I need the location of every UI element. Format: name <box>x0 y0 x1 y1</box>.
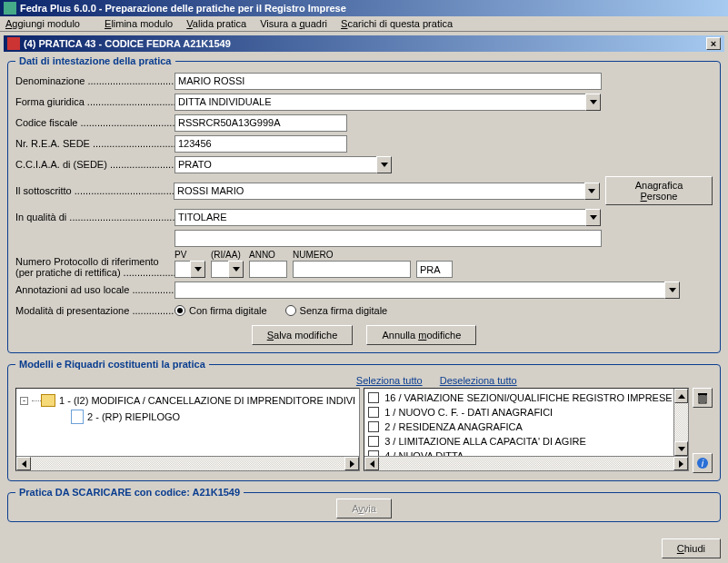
list-item-label: 16 / VARIAZIONE SEZIONI/QUALIFICHE REGIS… <box>384 392 672 403</box>
input-anno[interactable] <box>249 261 287 278</box>
input-denominazione[interactable] <box>175 73 602 90</box>
mdi-title-text: (4) PRATICA 43 - CODICE FEDRA A21K1549 <box>24 35 231 52</box>
list-item-label: 3 / LIMITAZIONE ALLA CAPACITA' DI AGIRE <box>384 436 586 447</box>
delete-button[interactable] <box>693 388 713 408</box>
tree-node-2[interactable]: 2 - (RP) RIEPILOGO <box>20 409 355 425</box>
mdi-close-button[interactable]: × <box>706 37 721 50</box>
dd-annotazioni[interactable] <box>664 282 680 299</box>
input-cf[interactable] <box>175 114 347 132</box>
input-qualita[interactable] <box>175 209 586 226</box>
menu-scarichi[interactable]: Scarichi di questa pratica <box>341 18 453 29</box>
scroll-left-icon[interactable] <box>16 457 31 470</box>
avvia-button: Avvia <box>336 499 392 519</box>
list-vscroll[interactable] <box>673 389 688 456</box>
hdr-anno: ANNO <box>249 250 287 260</box>
scroll-down-icon[interactable] <box>674 441 688 456</box>
hdr-riaa: (RI/AA) <box>211 250 244 260</box>
tree-pane[interactable]: - 1 - (I2) MODIFICA / CANCELLAZIONE DI I… <box>15 388 360 471</box>
dd-qualita[interactable] <box>585 209 601 226</box>
list-item[interactable]: 1 / NUOVO C. F. - DATI ANAGRAFICI <box>366 405 673 420</box>
mdi-titlebar: (4) PRATICA 43 - CODICE FEDRA A21K1549 × <box>4 35 724 52</box>
anagrafica-button[interactable]: Anagrafica Persone <box>605 176 713 205</box>
input-extra[interactable] <box>175 230 602 247</box>
radio-senza-firma[interactable]: Senza firma digitale <box>285 305 388 316</box>
tree-hscroll[interactable] <box>16 456 359 470</box>
list-item[interactable]: 3 / LIMITAZIONE ALLA CAPACITA' DI AGIRE <box>366 434 673 449</box>
app-title: Fedra Plus 6.0.0 - Preparazione delle pr… <box>20 0 346 16</box>
checkbox[interactable] <box>368 436 379 447</box>
input-riaa[interactable] <box>211 261 229 278</box>
list-item[interactable]: 2 / RESIDENZA ANAGRAFICA <box>366 420 673 434</box>
input-pv[interactable] <box>175 261 191 278</box>
annulla-button[interactable]: Annulla modifiche <box>366 325 476 345</box>
lbl-denominazione: Denominazione <box>15 75 85 86</box>
scroll-up-icon[interactable] <box>674 389 688 403</box>
list-item[interactable]: 16 / VARIAZIONE SEZIONI/QUALIFICHE REGIS… <box>366 390 673 405</box>
radio-dot-icon <box>175 305 185 316</box>
dd-riaa[interactable] <box>228 261 244 278</box>
lbl-annotazioni: Annotazioni ad uso locale <box>15 284 129 295</box>
lbl-rea: Nr. R.E.A. SEDE <box>15 138 90 149</box>
info-button[interactable]: i <box>693 453 713 473</box>
tree-node-2-label: 2 - (RP) RIEPILOGO <box>87 411 180 422</box>
chiudi-button[interactable]: Chiudi <box>662 538 721 558</box>
svg-rect-4 <box>698 393 707 395</box>
menubar: Aggiungi modulo Elimina modulo Valida pr… <box>0 16 728 32</box>
input-forma[interactable] <box>175 94 586 111</box>
folder-icon <box>41 394 55 407</box>
list-item-label: 1 / NUOVO C. F. - DATI ANAGRAFICI <box>384 407 553 418</box>
list-pane[interactable]: 16 / VARIAZIONE SEZIONI/QUALIFICHE REGIS… <box>364 388 689 471</box>
fs-modelli-legend: Modelli e Riquadri costituenti la pratic… <box>15 359 209 370</box>
dd-pv[interactable] <box>190 261 205 278</box>
tree-node-1-label: 1 - (I2) MODIFICA / CANCELLAZIONE DI IMP… <box>59 395 355 406</box>
fs-scaricare: Pratica DA SCARICARE con codice: A21K154… <box>7 487 721 522</box>
hdr-numero: NUMERO <box>293 250 411 260</box>
checkbox[interactable] <box>368 407 379 418</box>
radio-con-firma[interactable]: Con firma digitale <box>175 305 267 316</box>
lbl-cciaa: C.C.I.A.A. di (SEDE) <box>15 159 107 170</box>
list-item-label: 2 / RESIDENZA ANAGRAFICA <box>384 421 523 432</box>
checkbox[interactable] <box>368 421 379 432</box>
fs-intestazione-legend: Dati di intestazione della pratica <box>15 55 175 66</box>
scroll-right-icon[interactable] <box>344 457 359 470</box>
menu-elimina[interactable]: Elimina modulo <box>105 18 173 29</box>
input-sottoscritto[interactable] <box>174 183 585 200</box>
list-hscroll[interactable] <box>364 456 688 470</box>
dd-sottoscritto[interactable] <box>584 183 600 200</box>
app-icon <box>4 2 16 15</box>
fs-modelli: Modelli e Riquadri costituenti la pratic… <box>7 359 721 481</box>
lbl-proto2: (per pratiche di rettifica) <box>15 267 121 278</box>
document-icon <box>71 410 84 424</box>
hdr-pv: PV <box>175 250 205 260</box>
link-deseleziona-tutto[interactable]: Deseleziona tutto <box>440 375 517 386</box>
input-numero[interactable] <box>293 261 411 278</box>
input-annotazioni[interactable] <box>175 282 665 299</box>
trash-icon <box>696 391 709 404</box>
fs-intestazione: Dati di intestazione della pratica Denom… <box>7 55 721 353</box>
salva-button[interactable]: Salva modifiche <box>252 325 354 345</box>
info-icon: i <box>696 457 709 469</box>
radio-dot-icon <box>285 305 296 316</box>
scroll-left-icon[interactable] <box>364 457 379 470</box>
list-item[interactable]: 4 / NUOVA DITTA <box>366 449 673 456</box>
app-titlebar: Fedra Plus 6.0.0 - Preparazione delle pr… <box>0 0 728 16</box>
lbl-forma: Forma giuridica <box>15 96 85 107</box>
lbl-proto1: Numero Protocollo di riferimento <box>15 256 159 267</box>
checkbox[interactable] <box>368 392 379 403</box>
lbl-modalita: Modalità di presentazione <box>15 305 129 316</box>
menu-aggiungi[interactable]: Aggiungi modulo <box>5 18 91 29</box>
menu-valida[interactable]: Valida pratica <box>186 18 246 29</box>
dd-forma[interactable] <box>585 94 601 111</box>
input-cciaa[interactable] <box>175 156 377 173</box>
fs-scaricare-legend: Pratica DA SCARICARE con codice: A21K154… <box>15 487 244 498</box>
dd-cciaa[interactable] <box>376 156 392 173</box>
mdi-icon <box>7 37 20 50</box>
lbl-sottoscritto: Il sottoscritto <box>15 185 72 196</box>
input-rea[interactable] <box>175 135 347 153</box>
collapse-icon[interactable]: - <box>20 397 28 405</box>
link-seleziona-tutto[interactable]: Seleziona tutto <box>356 375 423 386</box>
scroll-right-icon[interactable] <box>673 457 688 470</box>
lbl-qualita: In qualità di <box>15 212 66 222</box>
menu-visura[interactable]: Visura a quadri <box>260 18 327 29</box>
tree-node-1[interactable]: - 1 - (I2) MODIFICA / CANCELLAZIONE DI I… <box>20 392 355 409</box>
